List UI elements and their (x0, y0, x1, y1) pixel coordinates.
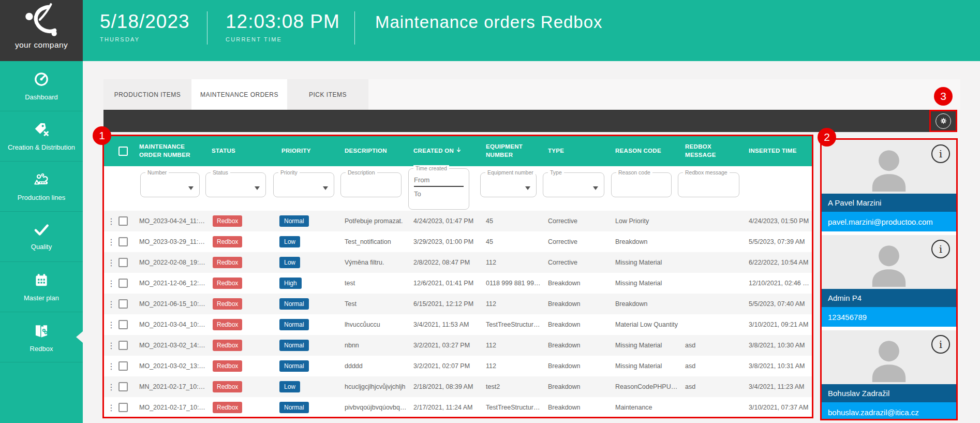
cell-redbox-message: asd (680, 362, 744, 370)
current-time: 12:03:08 PM (226, 11, 340, 33)
cell-equipment-number: 45 (481, 238, 543, 245)
tab-pick-items[interactable]: PICK ITEMS (287, 79, 368, 110)
chevron-down-icon (593, 186, 598, 190)
current-time-label: CURRENT TIME (226, 36, 340, 42)
info-icon[interactable]: i (931, 240, 950, 258)
col-header-type[interactable]: TYPE (543, 147, 610, 155)
col-header-redbox-message[interactable]: REDBOX MESSAGE (680, 143, 726, 159)
priority-badge: Normal (279, 402, 309, 413)
cell-description: Test_notification (339, 238, 408, 245)
gauge-icon (34, 71, 49, 89)
tab-maintenance-orders[interactable]: MAINTENANCE ORDERS (191, 79, 287, 110)
row-menu-icon[interactable]: ⋮ (104, 403, 118, 413)
filter-description-input[interactable]: Description (340, 172, 402, 197)
cell-reason-code: ReasonCodePHPUnitTest (610, 383, 680, 390)
cell-equipment-number: TestTreeStructure_007 (481, 404, 543, 411)
cell-inserted-time: 5/5/2023, 07:40 AM (744, 300, 812, 308)
row-checkbox[interactable] (118, 361, 128, 371)
sidebar-item-redbox[interactable]: Redbox (0, 312, 83, 362)
cell-type: Breakdown (543, 321, 610, 328)
cell-description: Potřebuje promazat. (339, 217, 408, 225)
cell-reason-code: Missing Material (610, 259, 680, 266)
cell-reason-code: Breakdown (610, 300, 680, 308)
current-day: THURSDAY (100, 36, 190, 42)
filter-time-created[interactable]: Time created From To (408, 168, 469, 210)
priority-badge: Normal (279, 319, 309, 330)
status-badge: Redbox (213, 236, 242, 247)
cell-created-on: 2/17/2021, 11:24 AM (408, 404, 481, 411)
col-header-reason-code[interactable]: REASON CODE (610, 147, 680, 155)
sidebar-item-master-plan[interactable]: Master plan (0, 262, 83, 312)
filter-redbox-message-input[interactable]: Redbox message (678, 172, 739, 197)
row-menu-icon[interactable]: ⋮ (104, 320, 118, 330)
cell-description: hcucljgcjlhjcvůjvjchljh (339, 383, 408, 390)
current-date: 5/18/2023 (100, 11, 190, 33)
cell-type: Breakdown (543, 362, 610, 370)
filter-reason-code-input[interactable]: Reason code (611, 172, 672, 197)
row-menu-icon[interactable]: ⋮ (104, 279, 118, 288)
info-icon[interactable]: i (931, 335, 950, 354)
filter-equipment-select[interactable]: Equipment number (480, 172, 537, 197)
sidebar-item-dashboard[interactable]: Dashboard (0, 61, 83, 111)
col-header-equipment-number[interactable]: EQUIPMENT NUMBER (481, 143, 535, 159)
cell-order-number: MO_2021-12-06_12:41:13 (134, 280, 206, 287)
filter-status-select[interactable]: Status (205, 172, 266, 197)
filter-row: Number Status Priority Description Time … (104, 166, 812, 211)
row-checkbox[interactable] (118, 279, 128, 288)
contact-card[interactable]: i Admin P4 123456789 (822, 235, 956, 327)
settings-button[interactable] (929, 110, 957, 132)
cell-type: Breakdown (543, 404, 610, 411)
cell-inserted-time: 3/4/2021, 11:23 AM (744, 383, 812, 390)
filter-priority-select[interactable]: Priority (273, 172, 334, 197)
row-checkbox[interactable] (118, 403, 128, 412)
row-checkbox[interactable] (118, 258, 128, 267)
col-header-status[interactable]: STATUS (206, 147, 276, 155)
cell-order-number: MO_2021-03-02_13:07:25 (134, 362, 206, 370)
sidebar-item-creation-distribution[interactable]: Creation & Distribution (0, 111, 83, 162)
row-checkbox[interactable] (118, 237, 128, 246)
row-checkbox[interactable] (118, 382, 128, 391)
cell-reason-code: Missing Material (610, 362, 680, 370)
row-checkbox[interactable] (118, 299, 128, 309)
chevron-down-icon (525, 186, 530, 190)
table-row: ⋮ MO_2023-03-29_11:00:... Redbox Low Tes… (104, 231, 812, 252)
col-header-created-on[interactable]: CREATED ON (408, 147, 481, 156)
filter-type-select[interactable]: Type (543, 172, 604, 197)
filter-number-select[interactable]: Number (140, 172, 200, 197)
row-checkbox[interactable] (118, 216, 128, 226)
row-menu-icon[interactable]: ⋮ (104, 382, 118, 392)
status-badge: Redbox (213, 360, 242, 372)
conveyor-icon (33, 172, 50, 189)
maintenance-orders-table: MAINTENANCE ORDER NUMBER STATUS PRIORITY… (102, 135, 813, 418)
row-checkbox[interactable] (118, 341, 128, 350)
cell-equipment-number: 45 (481, 217, 543, 225)
tab-production-items[interactable]: PRODUCTION ITEMS (103, 79, 191, 110)
info-icon[interactable]: i (931, 144, 950, 163)
table-header-row: MAINTENANCE ORDER NUMBER STATUS PRIORITY… (104, 136, 812, 166)
status-badge: Redbox (213, 257, 242, 268)
col-header-order-number[interactable]: MAINTENANCE ORDER NUMBER (134, 143, 196, 159)
select-all-checkbox[interactable] (118, 147, 128, 156)
filter-time-to-input[interactable]: To (414, 190, 464, 198)
row-checkbox[interactable] (118, 320, 128, 329)
cell-created-on: 3/2/2021, 03:27 PM (408, 342, 481, 349)
col-header-inserted-time[interactable]: INSERTED TIME (744, 147, 812, 155)
row-menu-icon[interactable]: ⋮ (104, 341, 118, 351)
contact-card[interactable]: i Bohuslav Zadražil bohuslav.zadrazil@it… (822, 330, 956, 420)
row-menu-icon[interactable]: ⋮ (104, 216, 118, 226)
header-divider (354, 11, 355, 45)
sidebar-item-production-lines[interactable]: Production lines (0, 162, 83, 212)
filter-time-from-input[interactable]: From (414, 176, 464, 187)
row-menu-icon[interactable]: ⋮ (104, 361, 118, 371)
contacts-panel: i A Pavel Marzini pavel.marzini@producto… (820, 138, 958, 420)
cell-created-on: 12/6/2021, 01:41 PM (408, 280, 481, 287)
col-header-description[interactable]: DESCRIPTION (339, 147, 408, 155)
row-menu-icon[interactable]: ⋮ (104, 237, 118, 247)
col-header-priority[interactable]: PRIORITY (276, 147, 339, 155)
table-row: ⋮ MO_2021-12-06_12:41:13 Redbox High tes… (104, 273, 812, 294)
header-date-block: 5/18/2023 THURSDAY (100, 11, 190, 42)
row-menu-icon[interactable]: ⋮ (104, 258, 118, 268)
contact-card[interactable]: i A Pavel Marzini pavel.marzini@producto… (822, 140, 956, 231)
sidebar-item-quality[interactable]: Quality (0, 212, 83, 262)
row-menu-icon[interactable]: ⋮ (104, 299, 118, 309)
